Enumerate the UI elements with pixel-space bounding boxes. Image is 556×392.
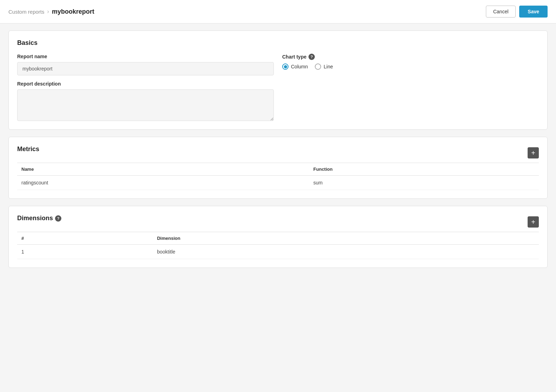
dimensions-table: # Dimension 1 booktitle <box>17 232 539 259</box>
top-bar: Custom reports › mybookreport Cancel Sav… <box>0 0 556 23</box>
basics-left-col: Report name Report description <box>17 54 274 121</box>
main-content: Basics Report name Report description Ch… <box>0 23 556 275</box>
radio-line-indicator <box>315 63 321 70</box>
table-row: 1 booktitle <box>17 245 539 259</box>
radio-option-line[interactable]: Line <box>315 63 333 70</box>
metrics-row-name: ratingscount <box>17 176 309 190</box>
dimensions-col-dimension: Dimension <box>153 232 539 245</box>
radio-column-indicator <box>282 63 289 70</box>
basics-title: Basics <box>17 39 539 47</box>
chart-type-label-text: Chart type <box>282 54 306 60</box>
save-button[interactable]: Save <box>519 6 548 18</box>
dimensions-header: Dimensions ? + <box>17 215 539 229</box>
breadcrumb: Custom reports › mybookreport <box>8 8 94 15</box>
chart-type-radio-group: Column Line <box>282 63 539 70</box>
dimensions-row-number: 1 <box>17 245 153 259</box>
metrics-col-function: Function <box>309 163 539 176</box>
chart-type-label-row: Chart type ? <box>282 54 539 60</box>
breadcrumb-parent[interactable]: Custom reports <box>8 9 45 15</box>
chart-type-help-icon[interactable]: ? <box>308 54 315 60</box>
breadcrumb-current: mybookreport <box>52 8 94 15</box>
report-name-input[interactable] <box>17 62 274 75</box>
dimensions-card: Dimensions ? + # Dimension 1 booktitle <box>8 206 548 268</box>
dimensions-title-row: Dimensions ? <box>17 215 61 222</box>
metrics-title: Metrics <box>17 146 39 153</box>
report-description-input[interactable] <box>17 89 274 121</box>
basics-card: Basics Report name Report description Ch… <box>8 31 548 130</box>
radio-option-column[interactable]: Column <box>282 63 308 70</box>
top-actions: Cancel Save <box>486 6 548 18</box>
metrics-row-function: sum <box>309 176 539 190</box>
cancel-button[interactable]: Cancel <box>486 6 516 18</box>
metrics-table: Name Function ratingscount sum <box>17 163 539 190</box>
radio-column-label: Column <box>291 64 308 69</box>
report-name-label: Report name <box>17 54 274 59</box>
metrics-header: Metrics + <box>17 146 539 160</box>
dimensions-help-icon[interactable]: ? <box>55 215 61 222</box>
report-description-group: Report description <box>17 81 274 121</box>
breadcrumb-separator: › <box>47 8 49 15</box>
radio-line-label: Line <box>324 64 333 69</box>
metrics-card: Metrics + Name Function ratingscount sum <box>8 137 548 199</box>
dimensions-add-button[interactable]: + <box>528 216 539 228</box>
metrics-col-name: Name <box>17 163 309 176</box>
dimensions-col-number: # <box>17 232 153 245</box>
basics-form-grid: Report name Report description Chart typ… <box>17 54 539 121</box>
metrics-add-button[interactable]: + <box>528 147 539 158</box>
chart-type-section: Chart type ? Column Line <box>282 54 539 70</box>
dimensions-row-dimension: booktitle <box>153 245 539 259</box>
table-row: ratingscount sum <box>17 176 539 190</box>
report-description-label: Report description <box>17 81 274 87</box>
report-name-group: Report name <box>17 54 274 75</box>
dimensions-title-text: Dimensions <box>17 215 53 222</box>
